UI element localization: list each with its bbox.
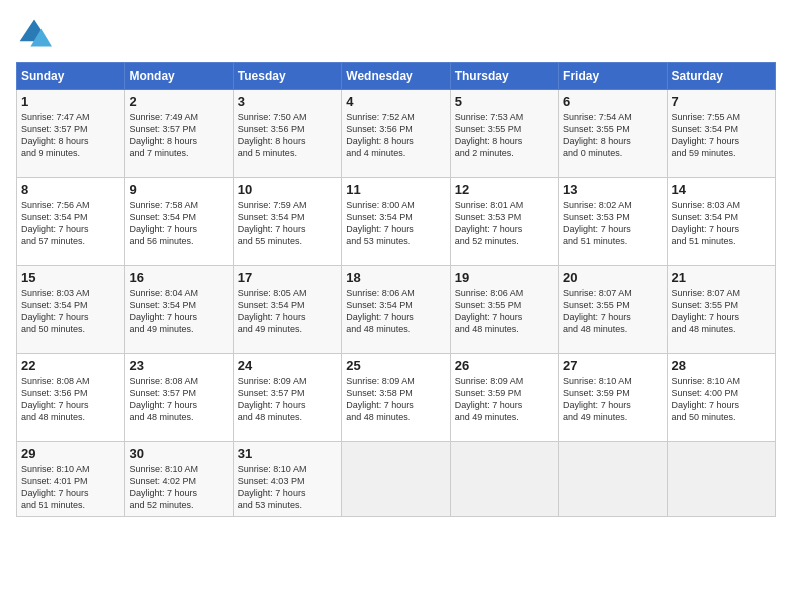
day-number: 6 <box>563 94 662 109</box>
header <box>16 16 776 52</box>
day-info: Sunrise: 8:10 AM Sunset: 4:01 PM Dayligh… <box>21 463 120 512</box>
day-number: 28 <box>672 358 771 373</box>
calendar-cell <box>559 442 667 517</box>
logo-icon <box>16 16 52 52</box>
calendar-cell: 15Sunrise: 8:03 AM Sunset: 3:54 PM Dayli… <box>17 266 125 354</box>
weekday-header: Thursday <box>450 63 558 90</box>
day-number: 11 <box>346 182 445 197</box>
calendar-cell: 31Sunrise: 8:10 AM Sunset: 4:03 PM Dayli… <box>233 442 341 517</box>
day-number: 3 <box>238 94 337 109</box>
calendar-week-row: 8Sunrise: 7:56 AM Sunset: 3:54 PM Daylig… <box>17 178 776 266</box>
day-number: 25 <box>346 358 445 373</box>
day-number: 8 <box>21 182 120 197</box>
day-info: Sunrise: 7:54 AM Sunset: 3:55 PM Dayligh… <box>563 111 662 160</box>
calendar-cell: 17Sunrise: 8:05 AM Sunset: 3:54 PM Dayli… <box>233 266 341 354</box>
calendar-cell: 23Sunrise: 8:08 AM Sunset: 3:57 PM Dayli… <box>125 354 233 442</box>
calendar-body: 1Sunrise: 7:47 AM Sunset: 3:57 PM Daylig… <box>17 90 776 517</box>
weekday-header: Monday <box>125 63 233 90</box>
day-number: 18 <box>346 270 445 285</box>
day-info: Sunrise: 8:00 AM Sunset: 3:54 PM Dayligh… <box>346 199 445 248</box>
calendar-table: SundayMondayTuesdayWednesdayThursdayFrid… <box>16 62 776 517</box>
day-number: 16 <box>129 270 228 285</box>
day-info: Sunrise: 8:01 AM Sunset: 3:53 PM Dayligh… <box>455 199 554 248</box>
calendar-cell: 18Sunrise: 8:06 AM Sunset: 3:54 PM Dayli… <box>342 266 450 354</box>
day-info: Sunrise: 8:03 AM Sunset: 3:54 PM Dayligh… <box>672 199 771 248</box>
calendar-cell: 25Sunrise: 8:09 AM Sunset: 3:58 PM Dayli… <box>342 354 450 442</box>
day-info: Sunrise: 8:08 AM Sunset: 3:57 PM Dayligh… <box>129 375 228 424</box>
day-number: 30 <box>129 446 228 461</box>
calendar-cell: 21Sunrise: 8:07 AM Sunset: 3:55 PM Dayli… <box>667 266 775 354</box>
calendar-cell: 2Sunrise: 7:49 AM Sunset: 3:57 PM Daylig… <box>125 90 233 178</box>
calendar-week-row: 29Sunrise: 8:10 AM Sunset: 4:01 PM Dayli… <box>17 442 776 517</box>
day-info: Sunrise: 7:56 AM Sunset: 3:54 PM Dayligh… <box>21 199 120 248</box>
calendar-cell: 3Sunrise: 7:50 AM Sunset: 3:56 PM Daylig… <box>233 90 341 178</box>
calendar-cell: 16Sunrise: 8:04 AM Sunset: 3:54 PM Dayli… <box>125 266 233 354</box>
calendar-cell: 30Sunrise: 8:10 AM Sunset: 4:02 PM Dayli… <box>125 442 233 517</box>
day-info: Sunrise: 7:50 AM Sunset: 3:56 PM Dayligh… <box>238 111 337 160</box>
calendar-week-row: 22Sunrise: 8:08 AM Sunset: 3:56 PM Dayli… <box>17 354 776 442</box>
day-info: Sunrise: 7:58 AM Sunset: 3:54 PM Dayligh… <box>129 199 228 248</box>
day-info: Sunrise: 8:10 AM Sunset: 4:03 PM Dayligh… <box>238 463 337 512</box>
day-info: Sunrise: 8:10 AM Sunset: 4:02 PM Dayligh… <box>129 463 228 512</box>
logo <box>16 16 56 52</box>
day-info: Sunrise: 7:55 AM Sunset: 3:54 PM Dayligh… <box>672 111 771 160</box>
day-number: 22 <box>21 358 120 373</box>
day-number: 13 <box>563 182 662 197</box>
calendar-cell: 28Sunrise: 8:10 AM Sunset: 4:00 PM Dayli… <box>667 354 775 442</box>
day-info: Sunrise: 8:05 AM Sunset: 3:54 PM Dayligh… <box>238 287 337 336</box>
weekday-header: Friday <box>559 63 667 90</box>
day-number: 14 <box>672 182 771 197</box>
day-number: 24 <box>238 358 337 373</box>
calendar-header: SundayMondayTuesdayWednesdayThursdayFrid… <box>17 63 776 90</box>
weekday-header: Tuesday <box>233 63 341 90</box>
calendar-cell: 11Sunrise: 8:00 AM Sunset: 3:54 PM Dayli… <box>342 178 450 266</box>
calendar-cell: 20Sunrise: 8:07 AM Sunset: 3:55 PM Dayli… <box>559 266 667 354</box>
day-number: 1 <box>21 94 120 109</box>
calendar-cell: 10Sunrise: 7:59 AM Sunset: 3:54 PM Dayli… <box>233 178 341 266</box>
calendar-cell <box>342 442 450 517</box>
calendar-week-row: 15Sunrise: 8:03 AM Sunset: 3:54 PM Dayli… <box>17 266 776 354</box>
calendar-cell: 6Sunrise: 7:54 AM Sunset: 3:55 PM Daylig… <box>559 90 667 178</box>
day-number: 29 <box>21 446 120 461</box>
day-info: Sunrise: 8:09 AM Sunset: 3:57 PM Dayligh… <box>238 375 337 424</box>
day-info: Sunrise: 8:07 AM Sunset: 3:55 PM Dayligh… <box>672 287 771 336</box>
calendar-cell: 1Sunrise: 7:47 AM Sunset: 3:57 PM Daylig… <box>17 90 125 178</box>
day-number: 17 <box>238 270 337 285</box>
calendar-cell: 13Sunrise: 8:02 AM Sunset: 3:53 PM Dayli… <box>559 178 667 266</box>
day-info: Sunrise: 8:08 AM Sunset: 3:56 PM Dayligh… <box>21 375 120 424</box>
day-info: Sunrise: 8:09 AM Sunset: 3:58 PM Dayligh… <box>346 375 445 424</box>
day-number: 10 <box>238 182 337 197</box>
day-number: 20 <box>563 270 662 285</box>
calendar-cell: 12Sunrise: 8:01 AM Sunset: 3:53 PM Dayli… <box>450 178 558 266</box>
day-number: 26 <box>455 358 554 373</box>
weekday-header: Sunday <box>17 63 125 90</box>
day-number: 27 <box>563 358 662 373</box>
day-info: Sunrise: 8:10 AM Sunset: 4:00 PM Dayligh… <box>672 375 771 424</box>
day-number: 12 <box>455 182 554 197</box>
day-number: 5 <box>455 94 554 109</box>
calendar-cell <box>450 442 558 517</box>
calendar-week-row: 1Sunrise: 7:47 AM Sunset: 3:57 PM Daylig… <box>17 90 776 178</box>
weekday-header: Saturday <box>667 63 775 90</box>
calendar-cell: 14Sunrise: 8:03 AM Sunset: 3:54 PM Dayli… <box>667 178 775 266</box>
weekday-header: Wednesday <box>342 63 450 90</box>
day-info: Sunrise: 7:52 AM Sunset: 3:56 PM Dayligh… <box>346 111 445 160</box>
calendar-cell: 19Sunrise: 8:06 AM Sunset: 3:55 PM Dayli… <box>450 266 558 354</box>
calendar-cell: 26Sunrise: 8:09 AM Sunset: 3:59 PM Dayli… <box>450 354 558 442</box>
calendar-cell: 8Sunrise: 7:56 AM Sunset: 3:54 PM Daylig… <box>17 178 125 266</box>
day-number: 21 <box>672 270 771 285</box>
day-number: 9 <box>129 182 228 197</box>
calendar-cell: 5Sunrise: 7:53 AM Sunset: 3:55 PM Daylig… <box>450 90 558 178</box>
calendar-cell: 7Sunrise: 7:55 AM Sunset: 3:54 PM Daylig… <box>667 90 775 178</box>
day-number: 23 <box>129 358 228 373</box>
calendar-cell: 29Sunrise: 8:10 AM Sunset: 4:01 PM Dayli… <box>17 442 125 517</box>
day-info: Sunrise: 8:07 AM Sunset: 3:55 PM Dayligh… <box>563 287 662 336</box>
day-number: 7 <box>672 94 771 109</box>
day-info: Sunrise: 7:59 AM Sunset: 3:54 PM Dayligh… <box>238 199 337 248</box>
day-info: Sunrise: 8:06 AM Sunset: 3:54 PM Dayligh… <box>346 287 445 336</box>
calendar-cell: 27Sunrise: 8:10 AM Sunset: 3:59 PM Dayli… <box>559 354 667 442</box>
day-info: Sunrise: 8:06 AM Sunset: 3:55 PM Dayligh… <box>455 287 554 336</box>
calendar-cell: 22Sunrise: 8:08 AM Sunset: 3:56 PM Dayli… <box>17 354 125 442</box>
calendar-cell: 4Sunrise: 7:52 AM Sunset: 3:56 PM Daylig… <box>342 90 450 178</box>
day-info: Sunrise: 7:53 AM Sunset: 3:55 PM Dayligh… <box>455 111 554 160</box>
